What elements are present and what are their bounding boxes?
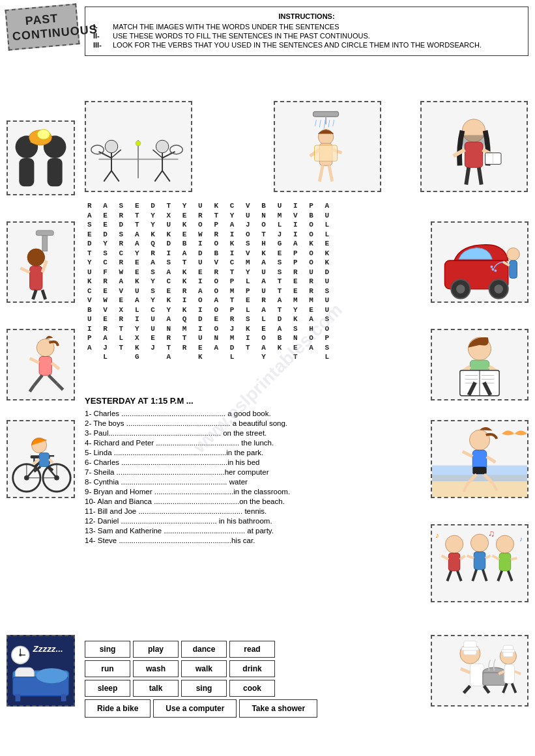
image-wash-car — [431, 221, 528, 303]
word-btn-talk[interactable]: talk — [133, 680, 179, 697]
svg-line-86 — [48, 467, 53, 471]
svg-line-138 — [447, 571, 451, 581]
svg-line-6 — [104, 171, 111, 182]
svg-line-159 — [461, 669, 470, 673]
word-btn-sing1[interactable]: sing — [85, 641, 130, 658]
svg-rect-162 — [483, 673, 506, 685]
svg-rect-104 — [510, 260, 517, 278]
sentence-row: 11- Bill and Joe .......................… — [85, 507, 424, 515]
word-btn-drink[interactable]: drink — [229, 660, 275, 677]
svg-rect-96 — [16, 694, 21, 702]
instruction-2: II- USE THESE WORDS TO FILL THE SENTENCE… — [93, 32, 520, 40]
svg-line-15 — [162, 171, 170, 182]
svg-rect-34 — [465, 142, 482, 167]
sentence-row: 7- Sheila ..............................… — [85, 468, 424, 476]
sentence-row: 9- Bryan and Homer .....................… — [85, 488, 424, 496]
svg-line-137 — [460, 555, 465, 559]
svg-line-24 — [328, 120, 330, 128]
image-children-cooking — [431, 635, 528, 707]
sentence-row: 10- Alan and Bianca ....................… — [85, 497, 424, 505]
svg-point-18 — [136, 141, 141, 146]
image-children-singing: ♪ ♫ ♪ — [431, 524, 528, 602]
svg-point-2 — [105, 140, 118, 153]
svg-line-63 — [30, 385, 35, 392]
instruction-1: I- MATCH THE IMAGES WITH THE WORDS UNDER… — [93, 23, 520, 31]
svg-line-129 — [487, 456, 496, 462]
word-btn-use-computer[interactable]: Use a computer — [153, 699, 237, 718]
image-child-drinking — [7, 221, 75, 303]
word-btn-sleep[interactable]: sleep — [85, 680, 130, 697]
svg-line-142 — [467, 555, 474, 558]
word-btn-walk[interactable]: walk — [181, 660, 227, 677]
svg-rect-127 — [472, 467, 486, 475]
svg-point-134 — [445, 535, 463, 553]
sentence-row: 8- Cynthia .............................… — [85, 478, 424, 486]
word-btn-wash[interactable]: wash — [133, 660, 179, 677]
svg-line-151 — [508, 571, 512, 581]
svg-rect-82 — [39, 453, 49, 466]
word-btn-read[interactable]: read — [229, 641, 275, 658]
svg-rect-126 — [472, 450, 486, 469]
svg-line-61 — [34, 375, 42, 385]
svg-text:Zzzzz...: Zzzzz... — [32, 644, 63, 654]
svg-line-139 — [457, 571, 461, 581]
svg-line-56 — [42, 290, 46, 299]
svg-point-100 — [456, 285, 465, 294]
svg-rect-37 — [485, 153, 501, 165]
word-row-phrases: Ride a bike Use a computer Take a shower — [85, 699, 424, 718]
sentence-row: 14- Steve ..............................… — [85, 537, 424, 544]
word-buttons-area: sing play dance read run wash walk drink… — [85, 641, 424, 720]
word-btn-take-shower[interactable]: Take a shower — [239, 699, 317, 718]
svg-line-31 — [329, 165, 332, 181]
svg-rect-42 — [19, 158, 34, 186]
image-boy-bicycle — [7, 420, 75, 498]
svg-rect-44 — [48, 158, 63, 186]
image-child-reading — [431, 329, 528, 400]
svg-point-108 — [494, 270, 497, 272]
sentence-row: 13- Sam and Katherine ..................… — [85, 527, 424, 535]
word-btn-run[interactable]: run — [85, 660, 130, 677]
svg-line-172 — [484, 686, 489, 693]
word-row-2: run wash walk drink — [85, 660, 424, 677]
svg-rect-141 — [474, 552, 485, 569]
svg-point-102 — [494, 285, 503, 294]
svg-point-10 — [156, 140, 169, 153]
svg-line-171 — [464, 686, 470, 693]
svg-point-125 — [469, 430, 489, 450]
svg-text:♪: ♪ — [435, 531, 439, 539]
instruction-3: III- LOOK FOR THE VERBS THAT YOU USED IN… — [93, 41, 520, 49]
svg-rect-58 — [39, 356, 51, 375]
svg-line-53 — [20, 268, 29, 273]
svg-line-149 — [511, 558, 517, 559]
svg-rect-157 — [462, 647, 478, 651]
word-row-1: sing play dance read — [85, 641, 424, 658]
sentence-row: 6- Charles .............................… — [85, 458, 424, 466]
word-btn-ride-bike[interactable]: Ride a bike — [85, 699, 151, 718]
svg-point-106 — [491, 268, 494, 271]
wordsearch-grid: R A S E D T Y U K C V B U I P A A E R T … — [85, 199, 424, 387]
image-sleeping-bed: Zzzzz... — [7, 635, 75, 707]
svg-line-143 — [485, 555, 491, 558]
sentence-row: 3- Paul.................................… — [85, 429, 424, 437]
svg-rect-165 — [502, 650, 514, 652]
svg-rect-147 — [499, 553, 511, 570]
svg-point-107 — [491, 266, 493, 268]
image-shower — [274, 101, 381, 192]
svg-point-140 — [470, 534, 488, 552]
image-tennis — [85, 101, 192, 192]
svg-line-170 — [512, 683, 516, 693]
svg-line-64 — [57, 384, 63, 390]
svg-point-90 — [36, 668, 67, 683]
sentence-row: 4- Richard and Peter ...................… — [85, 439, 424, 447]
svg-line-136 — [442, 555, 449, 559]
svg-line-150 — [498, 571, 502, 581]
word-btn-cook[interactable]: cook — [229, 680, 275, 697]
instructions-box: INSTRUCTIONS: I- MATCH THE IMAGES WITH T… — [85, 7, 528, 56]
word-btn-sing2[interactable]: sing — [181, 680, 227, 697]
svg-line-14 — [154, 171, 162, 182]
word-btn-dance[interactable]: dance — [181, 641, 227, 658]
svg-line-148 — [492, 555, 499, 559]
word-btn-play[interactable]: play — [133, 641, 179, 658]
svg-rect-158 — [470, 664, 484, 686]
svg-rect-166 — [504, 664, 515, 683]
